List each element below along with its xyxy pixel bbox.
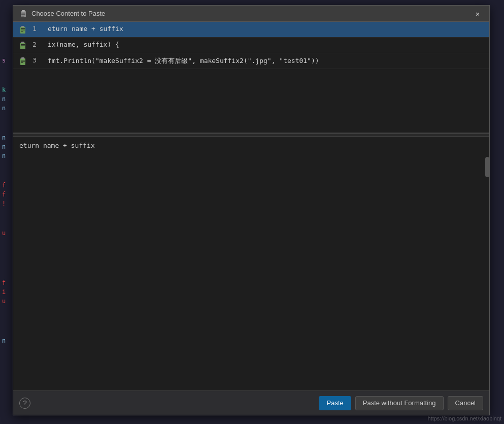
bg-letter-f2: f: [0, 190, 10, 199]
preview-area: eturn name + suffix: [13, 137, 489, 390]
clipboard-item-3[interactable]: 3 fmt.Println("makeSuffix2 = 没有有后缀", mak…: [13, 53, 489, 69]
clip-icon-1: [18, 26, 28, 34]
clip-icon-2: [18, 42, 28, 50]
bg-letter-f1: f: [0, 181, 10, 190]
clip-icon-3: [18, 57, 28, 66]
bg-letter-excl: !: [0, 199, 10, 208]
bg-letter-i: i: [0, 287, 10, 297]
bg-letter-s: s: [0, 56, 10, 65]
preview-container: eturn name + suffix: [13, 137, 489, 390]
svg-rect-9: [21, 31, 23, 31]
clipboard-item-code-3: fmt.Println("makeSuffix2 = 没有有后缀", makeS…: [48, 56, 319, 66]
svg-rect-12: [21, 44, 25, 45]
preview-scrollbar[interactable]: [484, 137, 489, 390]
dialog-title: Choose Content to Paste: [31, 10, 105, 17]
svg-rect-6: [21, 26, 24, 27]
bg-letter-n6: n: [0, 336, 10, 345]
paste-button[interactable]: Paste: [319, 396, 351, 410]
svg-rect-2: [21, 13, 25, 14]
dialog-footer: ? Paste Paste without Formatting Cancel: [13, 390, 489, 415]
svg-rect-16: [21, 57, 24, 59]
svg-rect-7: [21, 28, 25, 29]
bg-letter-n3: n: [0, 133, 10, 142]
bg-letter-n2: n: [0, 104, 10, 113]
scrollbar-thumb[interactable]: [485, 157, 489, 177]
svg-rect-14: [21, 47, 23, 47]
dialog-title-left: Choose Content to Paste: [19, 10, 105, 18]
svg-rect-13: [21, 46, 25, 46]
bg-letter-k: k: [0, 85, 10, 94]
clipboard-item-1[interactable]: 1 eturn name + suffix: [13, 22, 489, 38]
paste-dialog: Choose Content to Paste ✕ 1 eturn name +…: [13, 5, 490, 415]
svg-rect-3: [21, 14, 25, 15]
svg-rect-4: [21, 16, 24, 17]
clipboard-icon: [19, 10, 27, 18]
cancel-button[interactable]: Cancel: [448, 396, 483, 410]
svg-rect-18: [21, 61, 25, 62]
bg-letter-n5: n: [0, 151, 10, 160]
preview-code: eturn name + suffix: [19, 141, 483, 151]
bg-letter-n1: n: [0, 94, 10, 104]
clipboard-item-code-1: eturn name + suffix: [48, 25, 123, 32]
clipboard-item-num-2: 2: [32, 41, 43, 48]
clipboard-item-2[interactable]: 2 ix(name, suffix) {: [13, 38, 489, 53]
clipboard-item-code-2: ix(name, suffix) {: [48, 41, 119, 48]
paste-without-formatting-button[interactable]: Paste without Formatting: [355, 396, 444, 410]
bg-letter-f3: f: [0, 278, 10, 287]
clipboard-list[interactable]: 1 eturn name + suffix 2 ix(name, suffix)…: [13, 22, 489, 134]
help-button[interactable]: ?: [19, 398, 30, 409]
bg-letter-n4: n: [0, 142, 10, 151]
footer-right: Paste Paste without Formatting Cancel: [319, 396, 483, 410]
clipboard-item-num-1: 1: [32, 25, 43, 32]
svg-rect-19: [21, 62, 23, 63]
close-button[interactable]: ✕: [472, 8, 483, 19]
dialog-titlebar: Choose Content to Paste ✕: [13, 6, 489, 22]
footer-left: ?: [19, 398, 30, 409]
svg-rect-17: [21, 60, 25, 60]
svg-rect-1: [22, 10, 25, 12]
bg-letter-u2: u: [0, 297, 10, 306]
bg-left-letters: s k n n n n n f f ! u f i u n: [0, 41, 10, 345]
svg-rect-11: [21, 42, 24, 43]
svg-rect-8: [21, 30, 25, 30]
bg-letter-u1: u: [0, 229, 10, 238]
clipboard-item-num-3: 3: [32, 56, 43, 64]
